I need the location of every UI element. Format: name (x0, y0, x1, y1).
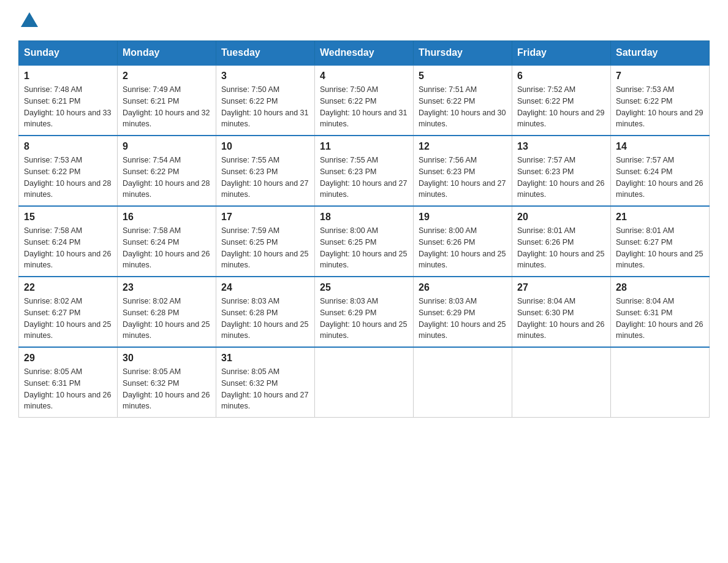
logo-triangle-icon (21, 12, 38, 27)
calendar-cell: 19 Sunrise: 8:00 AM Sunset: 6:26 PM Dayl… (414, 206, 512, 277)
calendar-cell: 27 Sunrise: 8:04 AM Sunset: 6:30 PM Dayl… (512, 277, 611, 347)
calendar-cell: 28 Sunrise: 8:04 AM Sunset: 6:31 PM Dayl… (611, 277, 710, 347)
calendar-cell (315, 347, 414, 418)
calendar-cell: 15 Sunrise: 7:58 AM Sunset: 6:24 PM Dayl… (19, 206, 118, 277)
calendar-cell: 18 Sunrise: 8:00 AM Sunset: 6:25 PM Dayl… (315, 206, 414, 277)
day-info: Sunrise: 7:52 AM Sunset: 6:22 PM Dayligh… (517, 84, 605, 130)
weekday-header-monday: Monday (118, 41, 216, 66)
calendar-cell: 2 Sunrise: 7:49 AM Sunset: 6:21 PM Dayli… (118, 65, 216, 136)
day-number: 28 (616, 282, 704, 293)
weekday-header-saturday: Saturday (611, 41, 710, 66)
day-number: 23 (123, 282, 211, 293)
day-info: Sunrise: 8:00 AM Sunset: 6:26 PM Dayligh… (419, 225, 507, 271)
calendar-week-2: 8 Sunrise: 7:53 AM Sunset: 6:22 PM Dayli… (19, 136, 710, 206)
day-number: 25 (320, 282, 408, 293)
calendar-week-1: 1 Sunrise: 7:48 AM Sunset: 6:21 PM Dayli… (19, 65, 710, 136)
day-number: 14 (616, 141, 704, 152)
day-info: Sunrise: 8:04 AM Sunset: 6:31 PM Dayligh… (616, 296, 704, 342)
weekday-header-wednesday: Wednesday (315, 41, 414, 66)
day-number: 9 (123, 141, 211, 152)
day-number: 2 (123, 71, 211, 82)
page-header (18, 12, 710, 28)
day-info: Sunrise: 7:58 AM Sunset: 6:24 PM Dayligh… (24, 225, 112, 271)
day-info: Sunrise: 7:59 AM Sunset: 6:25 PM Dayligh… (221, 225, 309, 271)
weekday-header-tuesday: Tuesday (216, 41, 315, 66)
calendar-cell: 8 Sunrise: 7:53 AM Sunset: 6:22 PM Dayli… (19, 136, 118, 206)
day-info: Sunrise: 7:55 AM Sunset: 6:23 PM Dayligh… (221, 155, 309, 201)
day-info: Sunrise: 8:02 AM Sunset: 6:28 PM Dayligh… (123, 296, 211, 342)
day-number: 1 (24, 71, 112, 82)
calendar-cell (414, 347, 512, 418)
day-info: Sunrise: 7:49 AM Sunset: 6:21 PM Dayligh… (123, 84, 211, 130)
calendar-cell: 9 Sunrise: 7:54 AM Sunset: 6:22 PM Dayli… (118, 136, 216, 206)
day-number: 31 (221, 353, 309, 364)
day-number: 13 (517, 141, 605, 152)
day-number: 18 (320, 212, 408, 223)
day-info: Sunrise: 8:03 AM Sunset: 6:28 PM Dayligh… (221, 296, 309, 342)
day-number: 6 (517, 71, 605, 82)
day-number: 17 (221, 212, 309, 223)
calendar-cell: 1 Sunrise: 7:48 AM Sunset: 6:21 PM Dayli… (19, 65, 118, 136)
day-number: 5 (419, 71, 507, 82)
calendar-cell: 22 Sunrise: 8:02 AM Sunset: 6:27 PM Dayl… (19, 277, 118, 347)
day-number: 21 (616, 212, 704, 223)
calendar-cell: 11 Sunrise: 7:55 AM Sunset: 6:23 PM Dayl… (315, 136, 414, 206)
calendar-header: SundayMondayTuesdayWednesdayThursdayFrid… (19, 41, 710, 66)
calendar-cell: 30 Sunrise: 8:05 AM Sunset: 6:32 PM Dayl… (118, 347, 216, 418)
calendar-cell: 29 Sunrise: 8:05 AM Sunset: 6:31 PM Dayl… (19, 347, 118, 418)
day-number: 30 (123, 353, 211, 364)
day-number: 22 (24, 282, 112, 293)
day-info: Sunrise: 8:03 AM Sunset: 6:29 PM Dayligh… (320, 296, 408, 342)
day-number: 15 (24, 212, 112, 223)
calendar-week-3: 15 Sunrise: 7:58 AM Sunset: 6:24 PM Dayl… (19, 206, 710, 277)
day-info: Sunrise: 7:53 AM Sunset: 6:22 PM Dayligh… (24, 155, 112, 201)
calendar-cell: 25 Sunrise: 8:03 AM Sunset: 6:29 PM Dayl… (315, 277, 414, 347)
day-number: 29 (24, 353, 112, 364)
day-info: Sunrise: 7:57 AM Sunset: 6:23 PM Dayligh… (517, 155, 605, 201)
calendar-cell: 14 Sunrise: 7:57 AM Sunset: 6:24 PM Dayl… (611, 136, 710, 206)
calendar-cell: 17 Sunrise: 7:59 AM Sunset: 6:25 PM Dayl… (216, 206, 315, 277)
day-number: 4 (320, 71, 408, 82)
calendar-table: SundayMondayTuesdayWednesdayThursdayFrid… (18, 40, 710, 418)
day-info: Sunrise: 7:57 AM Sunset: 6:24 PM Dayligh… (616, 155, 704, 201)
calendar-cell (512, 347, 611, 418)
day-info: Sunrise: 7:54 AM Sunset: 6:22 PM Dayligh… (123, 155, 211, 201)
calendar-cell: 26 Sunrise: 8:03 AM Sunset: 6:29 PM Dayl… (414, 277, 512, 347)
calendar-body: 1 Sunrise: 7:48 AM Sunset: 6:21 PM Dayli… (19, 65, 710, 418)
day-number: 19 (419, 212, 507, 223)
day-info: Sunrise: 7:55 AM Sunset: 6:23 PM Dayligh… (320, 155, 408, 201)
day-info: Sunrise: 8:03 AM Sunset: 6:29 PM Dayligh… (419, 296, 507, 342)
calendar-cell: 24 Sunrise: 8:03 AM Sunset: 6:28 PM Dayl… (216, 277, 315, 347)
day-number: 8 (24, 141, 112, 152)
day-info: Sunrise: 7:48 AM Sunset: 6:21 PM Dayligh… (24, 84, 112, 130)
day-info: Sunrise: 8:01 AM Sunset: 6:26 PM Dayligh… (517, 225, 605, 271)
calendar-week-4: 22 Sunrise: 8:02 AM Sunset: 6:27 PM Dayl… (19, 277, 710, 347)
day-info: Sunrise: 7:58 AM Sunset: 6:24 PM Dayligh… (123, 225, 211, 271)
day-info: Sunrise: 8:02 AM Sunset: 6:27 PM Dayligh… (24, 296, 112, 342)
day-info: Sunrise: 7:50 AM Sunset: 6:22 PM Dayligh… (320, 84, 408, 130)
weekday-header-sunday: Sunday (19, 41, 118, 66)
calendar-cell: 3 Sunrise: 7:50 AM Sunset: 6:22 PM Dayli… (216, 65, 315, 136)
day-info: Sunrise: 8:00 AM Sunset: 6:25 PM Dayligh… (320, 225, 408, 271)
day-info: Sunrise: 8:05 AM Sunset: 6:32 PM Dayligh… (221, 366, 309, 412)
day-info: Sunrise: 7:50 AM Sunset: 6:22 PM Dayligh… (221, 84, 309, 130)
day-info: Sunrise: 8:05 AM Sunset: 6:31 PM Dayligh… (24, 366, 112, 412)
day-number: 16 (123, 212, 211, 223)
calendar-cell: 5 Sunrise: 7:51 AM Sunset: 6:22 PM Dayli… (414, 65, 512, 136)
calendar-cell: 12 Sunrise: 7:56 AM Sunset: 6:23 PM Dayl… (414, 136, 512, 206)
logo (18, 12, 38, 28)
calendar-cell: 7 Sunrise: 7:53 AM Sunset: 6:22 PM Dayli… (611, 65, 710, 136)
calendar-cell: 16 Sunrise: 7:58 AM Sunset: 6:24 PM Dayl… (118, 206, 216, 277)
day-number: 11 (320, 141, 408, 152)
calendar-cell (611, 347, 710, 418)
day-number: 10 (221, 141, 309, 152)
day-info: Sunrise: 7:56 AM Sunset: 6:23 PM Dayligh… (419, 155, 507, 201)
day-number: 27 (517, 282, 605, 293)
calendar-cell: 6 Sunrise: 7:52 AM Sunset: 6:22 PM Dayli… (512, 65, 611, 136)
day-info: Sunrise: 7:53 AM Sunset: 6:22 PM Dayligh… (616, 84, 704, 130)
day-number: 24 (221, 282, 309, 293)
calendar-cell: 31 Sunrise: 8:05 AM Sunset: 6:32 PM Dayl… (216, 347, 315, 418)
day-number: 3 (221, 71, 309, 82)
calendar-cell: 10 Sunrise: 7:55 AM Sunset: 6:23 PM Dayl… (216, 136, 315, 206)
day-number: 12 (419, 141, 507, 152)
